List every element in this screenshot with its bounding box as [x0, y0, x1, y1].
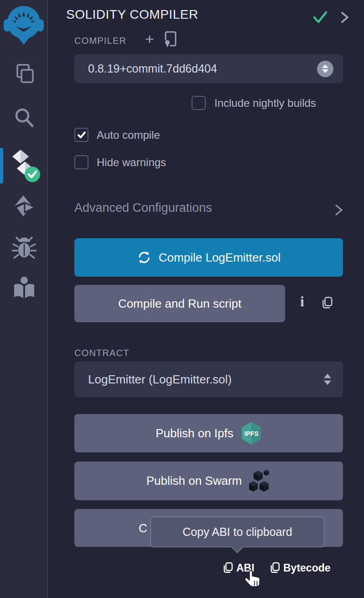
publish-on-swarm-button[interactable]: Publish on Swarm — [74, 462, 343, 500]
sidebar-item-debugger[interactable] — [0, 236, 48, 261]
solidity-compiler-panel: SOLIDITY COMPILER COMPILER + 0.8.19+comm… — [0, 0, 364, 598]
copy-script-icon[interactable] — [320, 296, 334, 312]
advanced-chevron-right-icon[interactable] — [333, 203, 345, 219]
sidebar-item-file-explorer[interactable] — [0, 61, 48, 86]
nightly-builds-checkbox[interactable] — [192, 96, 206, 110]
nightly-builds-label: Include nightly builds — [214, 96, 316, 110]
compile-success-check-icon — [312, 9, 329, 27]
info-icon[interactable]: i — [300, 293, 304, 310]
sidebar-item-learneth[interactable] — [0, 276, 48, 301]
compiler-version-value: 0.8.19+commit.7dd6d404 — [74, 62, 217, 75]
check-icon — [77, 131, 86, 139]
deploy-run-icon — [11, 194, 37, 219]
icon-sidebar — [0, 0, 48, 598]
copy-bytecode-button[interactable]: Bytecode — [283, 561, 331, 575]
page-title: SOLIDITY COMPILER — [66, 7, 198, 22]
publish-on-ipfs-button[interactable]: Publish on Ipfs IPFS — [74, 414, 343, 452]
publish-swarm-label: Publish on Swarm — [146, 474, 242, 488]
add-compiler-icon[interactable]: + — [145, 31, 154, 47]
sidebar-item-solidity-compiler[interactable] — [0, 149, 48, 184]
open-license-file-icon[interactable] — [163, 30, 180, 50]
contract-select[interactable]: LogEmitter (LogEmitter.sol) — [74, 362, 343, 397]
copy-abi-icon[interactable] — [222, 561, 234, 577]
compile-and-run-label: Compile and Run script — [118, 297, 241, 311]
compiler-section-label: COMPILER — [74, 36, 126, 46]
contract-select-arrows-icon — [324, 374, 331, 385]
compile-button[interactable]: Compile LogEmitter.sol — [74, 238, 343, 277]
solidity-compiler-icon — [7, 149, 42, 184]
tooltip-arrow — [231, 541, 243, 553]
hand-cursor-icon — [244, 569, 265, 594]
hide-warnings-checkbox[interactable] — [74, 155, 88, 169]
auto-compile-checkbox[interactable] — [74, 128, 88, 142]
refresh-icon — [137, 250, 151, 265]
ipfs-logo-icon: IPFS — [241, 421, 262, 445]
select-updown-icon — [317, 61, 333, 77]
success-badge-icon — [25, 167, 40, 182]
remix-logo-icon[interactable] — [3, 3, 45, 51]
files-icon — [12, 61, 36, 86]
sidebar-item-deploy-and-run[interactable] — [0, 194, 48, 219]
compilation-details-visible-label: C — [139, 521, 147, 535]
contract-section-label: CONTRACT — [74, 348, 130, 358]
swarm-logo-icon — [249, 469, 271, 493]
advanced-configurations-toggle[interactable]: Advanced Configurations — [74, 201, 212, 215]
auto-compile-label: Auto compile — [97, 128, 160, 142]
compiler-version-select[interactable]: 0.8.19+commit.7dd6d404 — [74, 54, 343, 83]
compile-and-run-button[interactable]: Compile and Run script — [74, 285, 285, 322]
panel-chevron-right-icon[interactable] — [338, 9, 351, 27]
book-reader-icon — [12, 276, 36, 301]
bug-icon — [12, 236, 36, 261]
svg-text:IPFS: IPFS — [244, 430, 258, 437]
contract-select-value: LogEmitter (LogEmitter.sol) — [74, 372, 232, 387]
compile-button-label: Compile LogEmitter.sol — [159, 251, 281, 265]
publish-ipfs-label: Publish on Ipfs — [156, 426, 234, 441]
search-icon — [12, 106, 36, 131]
sidebar-item-search[interactable] — [0, 106, 48, 131]
hide-warnings-label: Hide warnings — [97, 155, 166, 169]
tooltip-text: Copy ABI to clipboard — [182, 525, 292, 539]
copy-bytecode-icon[interactable] — [269, 561, 281, 577]
copy-abi-tooltip: Copy ABI to clipboard — [151, 517, 324, 547]
